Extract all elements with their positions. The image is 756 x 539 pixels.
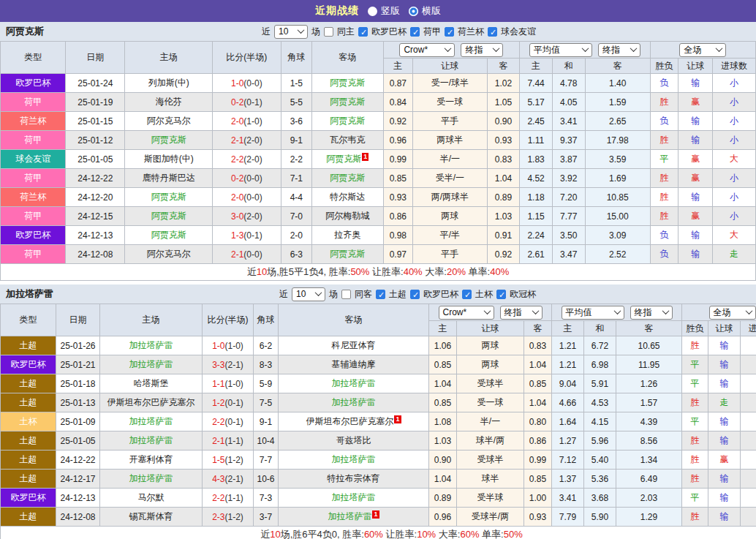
away-team-name[interactable]: 哥兹塔比: [336, 435, 371, 445]
home-team-name[interactable]: 列加斯(中): [148, 78, 189, 88]
league-checkbox-3[interactable]: [496, 290, 506, 299]
home-team-name[interactable]: 哈塔斯堡: [134, 378, 169, 388]
summary-segment: 10: [257, 266, 267, 277]
home-team-name[interactable]: 加拉塔萨雷: [129, 340, 173, 350]
away-team-name[interactable]: 基辅迪纳摩: [332, 359, 376, 369]
summary-row: 近10场,胜5平1负4, 胜率:50% 让胜率:40% 大率:20% 单率:40…: [1, 264, 756, 281]
result-goals: 大: [741, 470, 756, 489]
result-wdl: 胜: [650, 207, 678, 226]
away-team-name[interactable]: 特尔斯达: [330, 192, 365, 202]
half-time-score: (2-1): [225, 360, 243, 370]
away-team-name[interactable]: 阿贾克斯: [330, 78, 365, 88]
final-odds-select-2[interactable]: 终指: [630, 306, 673, 320]
score-cell: 3-0(2-0): [213, 207, 281, 226]
average-select[interactable]: 平均值: [562, 306, 624, 320]
away-team-name[interactable]: 阿贾克斯: [326, 154, 361, 164]
avg-draw-odds: 3.68: [584, 489, 616, 508]
subcol-header-2: 客: [524, 321, 552, 336]
final-odds-select-2[interactable]: 终指: [598, 43, 640, 57]
away-team-name[interactable]: 阿贾克斯: [330, 97, 365, 107]
home-team-name[interactable]: 阿贾克斯: [151, 192, 186, 202]
away-team-name[interactable]: 阿尔梅勒城: [325, 211, 369, 221]
home-team-name[interactable]: 海伦芬: [156, 97, 182, 107]
league-checkbox-2[interactable]: [445, 27, 454, 37]
league-label-0: 土超: [389, 288, 407, 301]
match-count-select-value: 10: [279, 26, 288, 37]
away-team-name[interactable]: 伊斯坦布尔巴萨克塞尔: [306, 416, 393, 426]
match-count-select[interactable]: 10: [292, 287, 325, 301]
avg-home-odds: 2.45: [520, 112, 553, 131]
home-team-name[interactable]: 鹿特丹斯巴达: [143, 173, 195, 183]
table-row: 土超25-01-13伊斯坦布尔巴萨克塞尔1-2(0-1)7-5加拉塔萨雷0.85…: [1, 393, 756, 412]
home-team-name[interactable]: 开塞利体育: [129, 454, 173, 464]
away-team-name[interactable]: 加拉塔萨雷: [332, 378, 376, 388]
same-venue-checkbox[interactable]: [341, 290, 351, 299]
home-team-name[interactable]: 加拉塔萨雷: [129, 359, 173, 369]
crow-away-odds: 0.93: [487, 131, 520, 150]
crow-home-odds: 0.92: [383, 112, 413, 131]
home-team-name[interactable]: 加拉塔萨雷: [129, 435, 173, 445]
away-team-name[interactable]: 加拉塔萨雷: [332, 454, 376, 464]
home-team-name[interactable]: 阿尔克马尔: [147, 249, 191, 259]
layout-option-horizontal[interactable]: 横版: [409, 4, 441, 18]
away-team-name[interactable]: 加拉塔萨雷: [328, 511, 371, 521]
half-time-score: (2-0): [243, 135, 262, 146]
final-odds-select[interactable]: 终指: [461, 43, 503, 57]
home-team-name[interactable]: 阿尔克马尔: [147, 116, 191, 126]
crow-home-odds: 0.85: [429, 355, 457, 374]
home-team-name[interactable]: 阿贾克斯: [151, 211, 186, 221]
half-time-score: (0-0): [243, 78, 262, 88]
radio-horizontal-icon[interactable]: [409, 7, 418, 16]
full-time-score: 1-2: [212, 398, 224, 408]
average-select[interactable]: 平均值: [529, 43, 592, 57]
home-team-name[interactable]: 加拉塔萨雷: [129, 416, 173, 426]
away-team-name[interactable]: 拉齐奥: [334, 230, 360, 240]
home-team-name[interactable]: 马尔默: [138, 492, 165, 502]
radio-vertical-icon[interactable]: [368, 7, 377, 16]
crow-handicap: 两球: [457, 336, 524, 355]
away-team-name[interactable]: 阿贾克斯: [330, 249, 365, 259]
home-team-name[interactable]: 伊斯坦布尔巴萨克塞尔: [107, 397, 195, 407]
scope-select[interactable]: 全场: [679, 43, 726, 57]
table-row: 荷甲24-12-15阿贾克斯3-0(2-0)7-0阿尔梅勒城0.86两球1.03…: [1, 207, 756, 226]
score-cell: 2-1(2-0): [213, 131, 281, 150]
same-venue-checkbox[interactable]: [324, 27, 333, 37]
league-checkbox-0[interactable]: [376, 290, 385, 299]
full-time-score: 1-0: [212, 341, 224, 351]
league-checkbox-1[interactable]: [410, 290, 420, 299]
match-type-badge: 荷兰杯: [1, 188, 66, 207]
sections-container: 阿贾克斯近10场同主欧罗巴杯荷甲荷兰杯球会友谊类型日期主场比分(半场)角球客场C…: [0, 22, 756, 539]
home-team-name[interactable]: 锡瓦斯体育: [129, 511, 173, 521]
away-team-name[interactable]: 加拉塔萨雷: [332, 397, 376, 407]
home-team-name[interactable]: 阿贾克斯: [151, 230, 186, 240]
scope-select[interactable]: 全场: [709, 306, 756, 320]
summary-segment: 场,胜5平1负4, 胜率:: [267, 266, 350, 277]
layout-option-vertical[interactable]: 竖版: [368, 4, 400, 18]
away-team-name[interactable]: 加拉塔萨雷: [332, 492, 376, 502]
home-team-name[interactable]: 斯图加特(中): [144, 154, 194, 164]
score-cell: 0-2(0-1): [213, 93, 281, 112]
away-team-name[interactable]: 阿贾克斯: [330, 173, 365, 183]
match-type-badge: 土超: [1, 336, 56, 355]
away-team-name[interactable]: 科尼亚体育: [332, 340, 376, 350]
corner-score: 6-3: [281, 245, 312, 264]
bookmaker-select[interactable]: Crow*: [399, 43, 455, 57]
home-team-name[interactable]: 加拉塔萨雷: [129, 473, 173, 483]
away-team-name[interactable]: 瓦尔韦克: [330, 135, 365, 145]
league-checkbox-2[interactable]: [462, 290, 472, 299]
bookmaker-select[interactable]: Crow*: [439, 306, 494, 320]
summary-segment: 10: [270, 529, 280, 539]
result-goals: 小: [741, 393, 756, 412]
crow-away-odds: 1.04: [524, 355, 552, 374]
match-count-select[interactable]: 10: [274, 25, 308, 39]
league-checkbox-0[interactable]: [358, 27, 368, 37]
full-time-score: 4-3: [212, 474, 224, 484]
league-checkbox-1[interactable]: [410, 27, 420, 37]
league-checkbox-3[interactable]: [488, 27, 497, 37]
away-team-name[interactable]: 阿贾克斯: [330, 116, 365, 126]
away-team-name[interactable]: 特拉布宗体育: [328, 473, 380, 483]
final-odds-select[interactable]: 终指: [500, 306, 543, 320]
table-row: 欧罗巴杯25-01-24列加斯(中)1-0(0-0)1-5阿贾克斯0.87受一/…: [1, 74, 756, 93]
home-team-name[interactable]: 阿贾克斯: [151, 135, 186, 145]
crow-home-odds: 0.85: [429, 393, 457, 412]
